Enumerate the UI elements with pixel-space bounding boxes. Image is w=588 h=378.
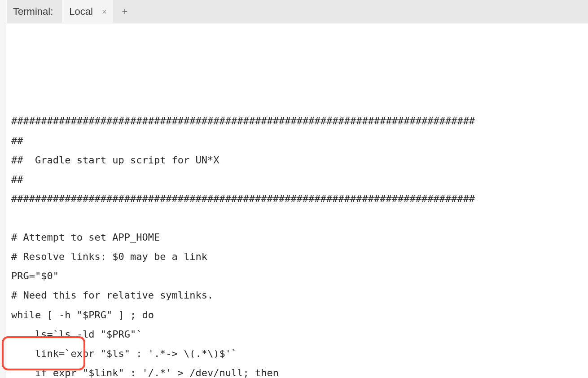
terminal-line: if expr "$link" : '/.*' > /dev/null; the… [11,363,584,378]
tab-label: Local [69,6,93,18]
terminal-line: # Need this for relative symlinks. [11,286,584,305]
tab-bar: Terminal: Local × + [7,0,588,23]
terminal-line: ## [11,170,584,189]
terminal-line: ## [11,131,584,150]
terminal-line [11,92,584,111]
terminal-line: PRG="$0" [11,266,584,286]
terminal-line: ########################################… [11,189,584,208]
terminal-content[interactable]: ########################################… [7,23,588,378]
close-icon[interactable]: × [99,7,110,16]
terminal-line: ## Gradle start up script for UN*X [11,150,584,170]
terminal-panel: Terminal: Local × + ####################… [0,0,588,378]
terminal-line: # Resolve links: $0 may be a link [11,247,584,266]
terminal-line: link=`expr "$ls" : '.*-> \(.*\)$'` [11,344,584,363]
terminal-line [11,208,584,228]
left-gutter [0,0,6,378]
tab-bar-title: Terminal: [7,6,62,18]
terminal-tab-local[interactable]: Local × [62,0,114,23]
terminal-line: while [ -h "$PRG" ] ; do [11,305,584,325]
terminal-line: ls=`ls -ld "$PRG"` [11,325,584,344]
terminal-line: # Attempt to set APP_HOME [11,228,584,247]
add-tab-button[interactable]: + [114,6,136,18]
terminal-line: ########################################… [11,111,584,131]
